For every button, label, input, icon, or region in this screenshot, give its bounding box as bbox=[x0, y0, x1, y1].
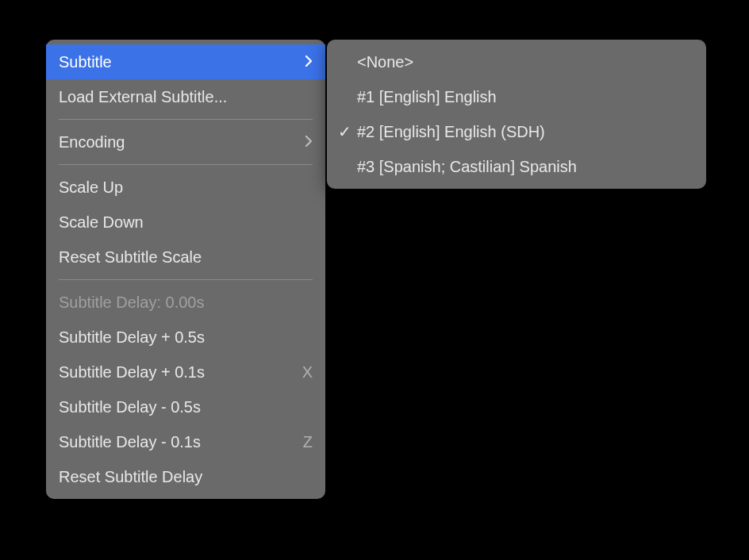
menu-separator bbox=[59, 279, 313, 280]
menu-item-encoding[interactable]: Encoding bbox=[46, 125, 325, 159]
chevron-right-icon bbox=[305, 133, 313, 152]
menu-label: Reset Subtitle Delay bbox=[59, 468, 313, 486]
submenu-item-track3[interactable]: #3 [Spanish; Castilian] Spanish bbox=[327, 149, 706, 184]
menu-label: Scale Down bbox=[59, 213, 313, 232]
menu-item-load-external[interactable]: Load External Subtitle... bbox=[46, 79, 325, 114]
menu-label: Subtitle Delay + 0.5s bbox=[59, 328, 313, 347]
subtitle-menu: Subtitle Load External Subtitle... Encod… bbox=[46, 40, 325, 499]
menu-label: Reset Subtitle Scale bbox=[59, 248, 313, 267]
menu-item-delay-status: Subtitle Delay: 0.00s bbox=[46, 285, 325, 320]
menu-separator bbox=[59, 164, 313, 165]
menu-label: Subtitle bbox=[59, 53, 305, 71]
menu-item-scale-down[interactable]: Scale Down bbox=[46, 205, 325, 240]
menu-item-delay-minus-05[interactable]: Subtitle Delay - 0.5s bbox=[46, 389, 325, 424]
menu-label: Scale Up bbox=[59, 178, 313, 197]
menu-label: Subtitle Delay: 0.00s bbox=[59, 293, 313, 312]
menu-label: Load External Subtitle... bbox=[59, 88, 313, 106]
subtitle-track-submenu: <None> #1 [English] English ✓ #2 [Englis… bbox=[327, 40, 706, 189]
submenu-label: #2 [English] English (SDH) bbox=[355, 123, 693, 141]
menu-item-scale-up[interactable]: Scale Up bbox=[46, 170, 325, 205]
menu-item-subtitle[interactable]: Subtitle bbox=[46, 44, 325, 79]
menu-label: Subtitle Delay + 0.1s bbox=[59, 363, 302, 382]
menu-label: Subtitle Delay - 0.5s bbox=[59, 398, 313, 416]
submenu-label: <None> bbox=[355, 53, 693, 71]
menu-item-delay-plus-01[interactable]: Subtitle Delay + 0.1s X bbox=[46, 355, 325, 389]
menu-item-reset-delay[interactable]: Reset Subtitle Delay bbox=[46, 459, 325, 494]
submenu-item-none[interactable]: <None> bbox=[327, 44, 706, 79]
menu-item-delay-minus-01[interactable]: Subtitle Delay - 0.1s Z bbox=[46, 424, 325, 459]
menu-label: Subtitle Delay - 0.1s bbox=[59, 433, 303, 451]
submenu-item-track1[interactable]: #1 [English] English bbox=[327, 79, 706, 114]
checkmark-icon: ✓ bbox=[333, 122, 355, 141]
menu-separator bbox=[59, 119, 313, 120]
submenu-item-track2[interactable]: ✓ #2 [English] English (SDH) bbox=[327, 114, 706, 149]
chevron-right-icon bbox=[305, 53, 313, 71]
menu-item-reset-scale[interactable]: Reset Subtitle Scale bbox=[46, 240, 325, 274]
keyboard-shortcut: Z bbox=[303, 433, 313, 451]
submenu-label: #3 [Spanish; Castilian] Spanish bbox=[355, 158, 693, 176]
keyboard-shortcut: X bbox=[302, 363, 313, 382]
menu-label: Encoding bbox=[59, 133, 305, 152]
menu-item-delay-plus-05[interactable]: Subtitle Delay + 0.5s bbox=[46, 320, 325, 355]
submenu-label: #1 [English] English bbox=[355, 88, 693, 106]
